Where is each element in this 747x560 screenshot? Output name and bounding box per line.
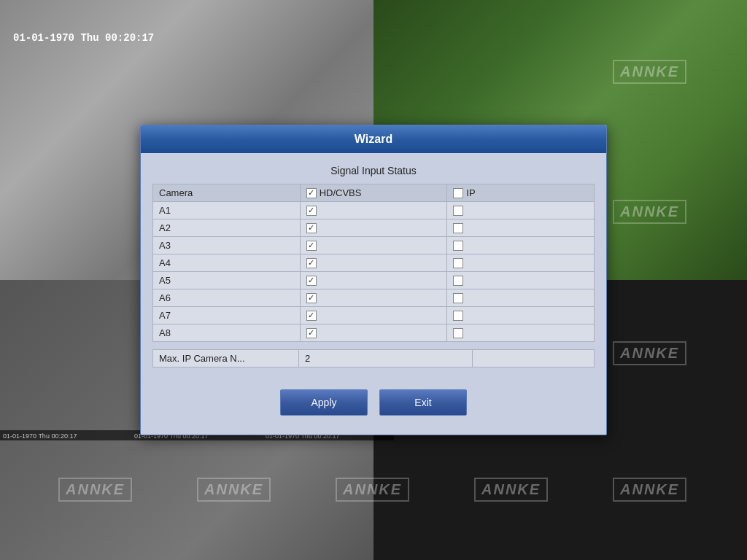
ip-checkbox-A7[interactable]: [453, 311, 463, 321]
hdcvbs-checkbox-A4[interactable]: [306, 258, 317, 268]
ip-checkbox-A2[interactable]: [453, 223, 463, 233]
table-row: A8: [153, 324, 595, 342]
hdcvbs-cell-A4: [300, 254, 447, 272]
camera-name-A8: A8: [153, 324, 301, 342]
apply-button[interactable]: Apply: [280, 389, 368, 416]
camera-name-A1: A1: [153, 202, 301, 219]
table-row: A4: [153, 254, 595, 272]
hdcvbs-cell-A8: [300, 324, 447, 342]
camera-name-A4: A4: [153, 254, 301, 272]
table-row: A3: [153, 237, 595, 254]
ip-cell-A5: [447, 272, 595, 289]
dialog-title-bar: Wizard: [141, 125, 606, 153]
signal-input-table: Camera HD/CVBS IP: [152, 184, 595, 342]
table-row: A2: [153, 219, 595, 237]
dialog-overlay: Wizard Signal Input Status Camera HD/CVB…: [0, 0, 747, 560]
ip-header-checkbox[interactable]: [453, 188, 463, 198]
table-header-row: Camera HD/CVBS IP: [153, 184, 595, 202]
max-ip-empty: [473, 350, 595, 368]
signal-status-title: Signal Input Status: [152, 165, 595, 176]
hdcvbs-cell-A2: [300, 219, 447, 237]
dialog-title: Wizard: [355, 133, 392, 145]
ip-cell-A7: [447, 307, 595, 324]
max-ip-value: 2: [299, 350, 473, 368]
table-row: A7: [153, 307, 595, 324]
ip-cell-A2: [447, 219, 595, 237]
hdcvbs-header-checkbox[interactable]: [306, 188, 317, 198]
camera-name-A5: A5: [153, 272, 301, 289]
max-ip-row: Max. IP Camera N... 2: [153, 350, 595, 368]
hdcvbs-checkbox-A8[interactable]: [306, 328, 317, 338]
camera-name-A2: A2: [153, 219, 301, 237]
ip-checkbox-A6[interactable]: [453, 293, 463, 303]
ip-cell-A8: [447, 324, 595, 342]
max-ip-label: Max. IP Camera N...: [153, 350, 299, 368]
ip-cell-A3: [447, 237, 595, 254]
hdcvbs-checkbox-A3[interactable]: [306, 241, 317, 251]
wizard-dialog: Wizard Signal Input Status Camera HD/CVB…: [140, 125, 607, 435]
camera-name-A3: A3: [153, 237, 301, 254]
table-row: A1: [153, 202, 595, 219]
hdcvbs-cell-A3: [300, 237, 447, 254]
camera-name-A6: A6: [153, 289, 301, 307]
max-ip-table: Max. IP Camera N... 2: [152, 349, 595, 368]
hdcvbs-checkbox-A6[interactable]: [306, 293, 317, 303]
hdcvbs-cell-A1: [300, 202, 447, 219]
hdcvbs-checkbox-A5[interactable]: [306, 276, 317, 286]
ip-checkbox-A8[interactable]: [453, 328, 463, 338]
col-header-hdcvbs: HD/CVBS: [300, 184, 447, 202]
ip-cell-A4: [447, 254, 595, 272]
dialog-body: Signal Input Status Camera HD/CVBS: [141, 153, 606, 435]
ip-checkbox-A4[interactable]: [453, 258, 463, 268]
hdcvbs-checkbox-A1[interactable]: [306, 206, 317, 216]
hdcvbs-cell-A6: [300, 289, 447, 307]
ip-checkbox-A3[interactable]: [453, 241, 463, 251]
ip-cell-A6: [447, 289, 595, 307]
ip-cell-A1: [447, 202, 595, 219]
hdcvbs-checkbox-A7[interactable]: [306, 311, 317, 321]
exit-button[interactable]: Exit: [379, 389, 467, 416]
camera-name-A7: A7: [153, 307, 301, 324]
ip-checkbox-A5[interactable]: [453, 276, 463, 286]
hdcvbs-checkbox-A2[interactable]: [306, 223, 317, 233]
col-header-ip: IP: [447, 184, 595, 202]
hdcvbs-cell-A7: [300, 307, 447, 324]
dialog-buttons: Apply Exit: [152, 375, 595, 423]
hdcvbs-cell-A5: [300, 272, 447, 289]
ip-checkbox-A1[interactable]: [453, 206, 463, 216]
table-row: A6: [153, 289, 595, 307]
table-row: A5: [153, 272, 595, 289]
col-header-camera: Camera: [153, 184, 301, 202]
